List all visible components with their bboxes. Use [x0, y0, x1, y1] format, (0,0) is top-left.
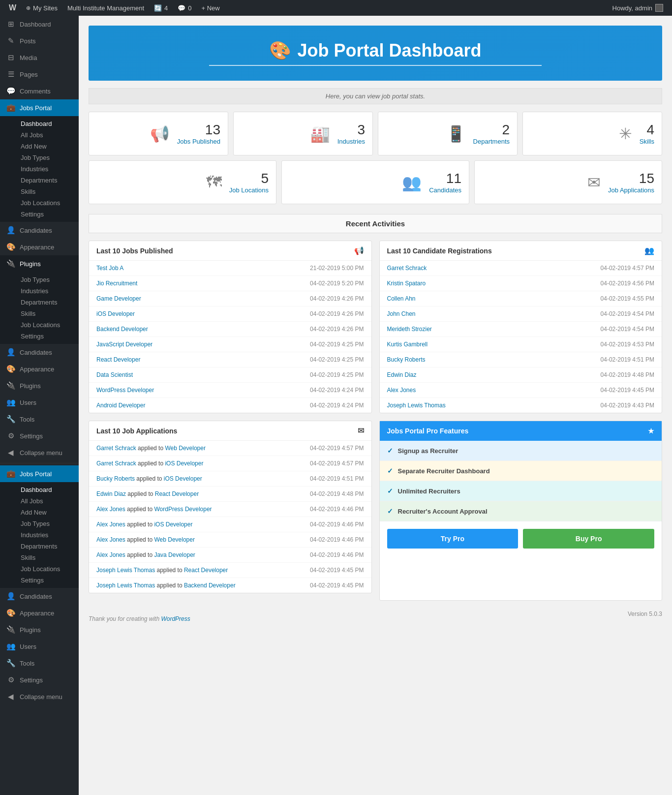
job-name[interactable]: Test Job A: [96, 265, 123, 272]
sidebar-sub-settings2[interactable]: Settings: [16, 331, 79, 342]
candidate-name[interactable]: John Chen: [387, 310, 416, 317]
applicant-name[interactable]: Alex Jones: [96, 521, 125, 528]
comments-link[interactable]: 💬 0: [173, 0, 196, 16]
candidate-name[interactable]: Merideth Strozier: [387, 326, 432, 333]
admin-menu[interactable]: Howdy, admin: [608, 4, 668, 12]
sidebar-item-appearance3[interactable]: 🎨 Appearance: [0, 605, 79, 621]
sidebar-item-appearance2[interactable]: 🎨 Appearance: [0, 361, 79, 377]
candidate-name[interactable]: Joseph Lewis Thomas: [387, 402, 446, 409]
sidebar-item-plugins3[interactable]: 🔌 Plugins: [0, 621, 79, 638]
sidebar-item-candidates3[interactable]: 👤 Candidates: [0, 588, 79, 605]
sidebar-item-tools2[interactable]: 🔧 Tools: [0, 655, 79, 672]
sidebar-sub2-add-new[interactable]: Add New: [16, 507, 79, 518]
sidebar-sub-skills2[interactable]: Skills: [16, 308, 79, 319]
new-content[interactable]: + New: [197, 0, 225, 16]
candidate-name[interactable]: Garret Schrack: [387, 265, 427, 272]
application-date: 04-02-2019 4:46 PM: [310, 506, 364, 513]
sidebar-item-users1[interactable]: 👥 Users: [0, 394, 79, 411]
job-name[interactable]: Data Scientist: [96, 371, 133, 378]
sidebar-item-jobs-portal2[interactable]: 💼 Jobs Portal: [0, 465, 79, 482]
sidebar-item-appearance1[interactable]: 🎨 Appearance: [0, 239, 79, 255]
applied-job[interactable]: Web Developer: [154, 536, 195, 543]
sidebar-item-collapse1[interactable]: ◀ Collapse menu: [0, 444, 79, 461]
sidebar-item-users2[interactable]: 👥 Users: [0, 638, 79, 655]
updates-link[interactable]: 🔄 4: [149, 0, 173, 16]
sidebar-item-media[interactable]: ⊟ Media: [0, 49, 79, 66]
sidebar-sub-departments2[interactable]: Departments: [16, 297, 79, 308]
job-name[interactable]: Backend Developer: [96, 326, 148, 333]
sidebar-sub2-industries[interactable]: Industries: [16, 529, 79, 541]
sidebar-item-pages[interactable]: ☰ Pages: [0, 66, 79, 83]
sidebar-sub2-job-types[interactable]: Job Types: [16, 518, 79, 529]
my-sites[interactable]: ⊕ My Sites: [21, 0, 62, 16]
applicant-name[interactable]: Garret Schrack: [96, 445, 136, 452]
applicant-name[interactable]: Alex Jones: [96, 536, 125, 543]
job-name[interactable]: Android Developer: [96, 402, 145, 409]
sidebar-item-jobs-portal[interactable]: 💼 Jobs Portal: [0, 99, 79, 116]
buy-pro-button[interactable]: Buy Pro: [523, 529, 654, 549]
job-name[interactable]: iOS Developer: [96, 310, 135, 317]
institute-link[interactable]: Multi Institute Management: [62, 0, 149, 16]
sidebar-sub-job-locations2[interactable]: Job Locations: [16, 319, 79, 331]
candidate-name[interactable]: Edwin Diaz: [387, 371, 417, 378]
sidebar-item-comments[interactable]: 💬 Comments: [0, 83, 79, 99]
application-text: Alex Jones applied to iOS Developer: [96, 521, 192, 528]
job-name[interactable]: WordPress Developer: [96, 387, 154, 394]
applied-job[interactable]: iOS Developer: [154, 521, 192, 528]
job-name[interactable]: Game Developer: [96, 295, 141, 302]
sidebar-item-plugins1[interactable]: 🔌 Plugins: [0, 255, 79, 272]
candidate-name[interactable]: Collen Ahn: [387, 295, 416, 302]
wp-logo[interactable]: W: [4, 0, 21, 16]
applied-job[interactable]: Backend Developer: [184, 582, 236, 589]
sidebar-item-tools1[interactable]: 🔧 Tools: [0, 411, 79, 428]
sidebar-sub-all-jobs[interactable]: All Jobs: [16, 129, 79, 141]
applicant-name[interactable]: Alex Jones: [96, 551, 125, 558]
applied-job[interactable]: React Developer: [155, 490, 199, 497]
job-name[interactable]: React Developer: [96, 356, 140, 363]
applied-job[interactable]: WordPress Developer: [154, 506, 212, 513]
sidebar-sub-skills[interactable]: Skills: [16, 186, 79, 197]
sidebar-sub2-settings[interactable]: Settings: [16, 575, 79, 586]
wordpress-link[interactable]: WordPress: [161, 615, 190, 622]
applied-job[interactable]: Web Developer: [165, 445, 206, 452]
sidebar-sub-industries2[interactable]: Industries: [16, 285, 79, 297]
sidebar-sub-job-types[interactable]: Job Types: [16, 152, 79, 163]
applicant-name[interactable]: Joseph Lewis Thomas: [96, 567, 155, 574]
sidebar-sub-job-locations[interactable]: Job Locations: [16, 197, 79, 209]
job-name[interactable]: JavaScript Developer: [96, 341, 153, 348]
applied-job[interactable]: iOS Developer: [165, 460, 203, 467]
sidebar-item-posts[interactable]: ✎ Posts: [0, 32, 79, 49]
candidate-name[interactable]: Kurtis Gambrell: [387, 341, 428, 348]
applied-job[interactable]: Java Developer: [154, 551, 195, 558]
sidebar-sub2-job-locations[interactable]: Job Locations: [16, 563, 79, 575]
sidebar-item-settings2[interactable]: ⚙ Settings: [0, 672, 79, 688]
sidebar-sub-add-new[interactable]: Add New: [16, 141, 79, 152]
sidebar-item-candidates1[interactable]: 👤 Candidates: [0, 222, 79, 239]
candidate-name[interactable]: Kristin Spataro: [387, 280, 426, 287]
sidebar-item-candidates2[interactable]: 👤 Candidates: [0, 344, 79, 361]
sidebar-item-settings1[interactable]: ⚙ Settings: [0, 428, 79, 444]
sidebar-sub-industries[interactable]: Industries: [16, 163, 79, 175]
sidebar-sub-dashboard[interactable]: Dashboard: [16, 118, 79, 129]
applied-job[interactable]: React Developer: [184, 567, 228, 574]
sidebar-sub2-skills[interactable]: Skills: [16, 552, 79, 563]
applicant-name[interactable]: Garret Schrack: [96, 460, 136, 467]
sidebar-sub2-dashboard[interactable]: Dashboard: [16, 484, 79, 495]
applicant-name[interactable]: Bucky Roberts: [96, 475, 135, 482]
applicant-name[interactable]: Edwin Diaz: [96, 490, 126, 497]
sidebar-item-dashboard[interactable]: ⊞ Dashboard: [0, 16, 79, 32]
sidebar-sub-settings[interactable]: Settings: [16, 209, 79, 220]
applicant-name[interactable]: Alex Jones: [96, 506, 125, 513]
sidebar-sub2-departments[interactable]: Departments: [16, 541, 79, 552]
sidebar-item-plugins2[interactable]: 🔌 Plugins: [0, 377, 79, 394]
sidebar-sub2-all-jobs[interactable]: All Jobs: [16, 495, 79, 507]
sidebar-sub-job-types2[interactable]: Job Types: [16, 274, 79, 285]
try-pro-button[interactable]: Try Pro: [387, 529, 519, 549]
applicant-name[interactable]: Joseph Lewis Thomas: [96, 582, 155, 589]
candidate-name[interactable]: Alex Jones: [387, 387, 416, 394]
sidebar-sub-departments[interactable]: Departments: [16, 175, 79, 186]
candidate-name[interactable]: Bucky Roberts: [387, 356, 426, 363]
sidebar-item-collapse2[interactable]: ◀ Collapse menu: [0, 688, 79, 705]
job-name[interactable]: Jio Recruitment: [96, 280, 137, 287]
applied-job[interactable]: iOS Developer: [164, 475, 202, 482]
